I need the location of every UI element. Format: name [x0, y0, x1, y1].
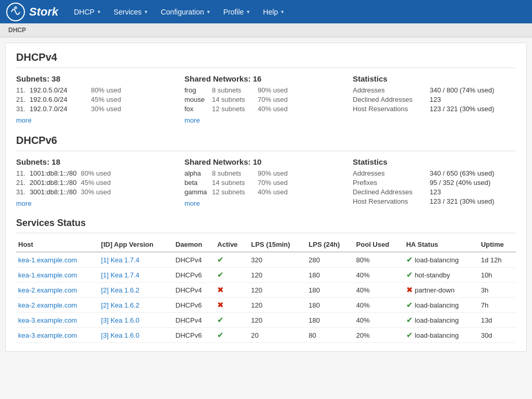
services-table: Host [ID] App Version Daemon Active LPS … [16, 238, 516, 343]
col-lps24: LPS (24h) [307, 238, 354, 252]
cell-active [215, 298, 249, 313]
nav-help-label: Help [263, 8, 278, 16]
app-link[interactable]: [3] Kea 1.6.0 [101, 316, 140, 324]
dhcpv4-grid: Subnets: 38 11. 192.0.5.0/24 80% used 21… [16, 74, 516, 124]
dhcpv6-stat-prefixes: Prefixes 95 / 352 (40% used) [353, 179, 516, 187]
dhcpv4-host-reservations-link[interactable]: Host Reservations [353, 105, 425, 113]
host-link[interactable]: kea-2.example.com [18, 286, 77, 294]
brand-icon [6, 3, 25, 21]
cell-lps24: 80 [307, 328, 354, 343]
dhcpv4-stat-addresses: Addresses 340 / 800 (74% used) [353, 86, 516, 94]
dhcpv4-subnets-more[interactable]: more [16, 116, 32, 124]
active-check-icon [217, 270, 224, 279]
host-link[interactable]: kea-3.example.com [18, 331, 77, 339]
cell-pool: 80% [354, 252, 404, 268]
ha-check-icon [406, 270, 413, 279]
cell-active [215, 283, 249, 298]
active-check-icon [217, 255, 224, 264]
nav-item-services[interactable]: Services ▼ [109, 5, 154, 19]
dhcpv6-stats-col: Statistics Addresses 340 / 650 (63% used… [353, 157, 516, 207]
breadcrumb: DHCP [0, 23, 532, 37]
dhcpv4-shared-2: mouse 14 subnets 70% used [184, 96, 348, 103]
brand-name: Stork [29, 5, 58, 19]
dhcpv4-subnet-1: 11. 192.0.5.0/24 80% used [16, 86, 179, 94]
table-row: kea-2.example.com [2] Kea 1.6.2 DHCPv6 1… [16, 298, 516, 313]
cell-pool: 20% [354, 328, 404, 343]
host-link[interactable]: kea-1.example.com [18, 256, 77, 264]
table-row: kea-1.example.com [1] Kea 1.7.4 DHCPv6 1… [16, 268, 516, 283]
brand[interactable]: Stork [6, 3, 58, 21]
col-ha-status: HA Status [404, 238, 479, 252]
cell-daemon: DHCPv6 [174, 298, 216, 313]
dhcpv6-grid: Subnets: 18 11. 1001:db8:1::/80 80% used… [16, 157, 516, 207]
cell-lps24: 180 [307, 283, 354, 298]
table-row: kea-2.example.com [2] Kea 1.6.2 DHCPv4 1… [16, 283, 516, 298]
app-link[interactable]: [1] Kea 1.7.4 [101, 271, 140, 279]
ha-check-icon [406, 330, 413, 339]
dhcpv6-shared-header: Shared Networks: 10 [184, 157, 348, 166]
dhcpv6-section: DHCPv6 Subnets: 18 11. 1001:db8:1::/80 8… [16, 135, 516, 207]
dhcpv6-title: DHCPv6 [16, 135, 516, 151]
cell-lps15: 120 [249, 268, 307, 283]
cell-host: kea-3.example.com [16, 328, 99, 343]
svg-point-1 [14, 6, 17, 9]
cell-host: kea-1.example.com [16, 268, 99, 283]
nav-item-help[interactable]: Help ▼ [258, 5, 290, 19]
cell-lps24: 180 [307, 298, 354, 313]
ha-check-icon [406, 315, 413, 324]
col-active: Active [215, 238, 249, 252]
dhcpv6-host-reservations-link[interactable]: Host Reservations [353, 197, 425, 205]
host-link[interactable]: kea-1.example.com [18, 271, 77, 279]
active-x-icon [217, 300, 224, 309]
dhcpv6-shared-more[interactable]: more [184, 200, 200, 207]
host-link[interactable]: kea-2.example.com [18, 301, 77, 309]
cell-daemon: DHCPv4 [174, 252, 216, 268]
app-link[interactable]: [1] Kea 1.7.4 [101, 256, 140, 264]
cell-ha-status: load-balancing [404, 298, 479, 313]
cell-uptime: 7h [479, 298, 516, 313]
cell-uptime: 10h [479, 268, 516, 283]
cell-active [215, 252, 249, 268]
cell-lps24: 180 [307, 313, 354, 328]
cell-ha-status: hot-standby [404, 268, 479, 283]
dhcpv4-shared-more[interactable]: more [184, 116, 200, 124]
cell-ha-status: load-balancing [404, 328, 479, 343]
dhcpv4-shared-1: frog 8 subnets 90% used [184, 86, 348, 94]
dhcpv4-subnets-header: Subnets: 38 [16, 74, 179, 83]
ha-check-icon [406, 300, 413, 309]
host-link[interactable]: kea-3.example.com [18, 316, 77, 324]
dhcpv6-stat-declined: Declined Addresses 123 [353, 188, 516, 196]
col-lps15: LPS (15min) [249, 238, 307, 252]
dhcpv4-stats-header: Statistics [353, 74, 516, 83]
nav-services-label: Services [114, 8, 142, 16]
cell-ha-status: load-balancing [404, 252, 479, 268]
cell-app: [3] Kea 1.6.0 [99, 313, 174, 328]
cell-lps24: 180 [307, 268, 354, 283]
cell-app: [3] Kea 1.6.0 [99, 328, 174, 343]
col-daemon: Daemon [174, 238, 216, 252]
cell-active [215, 328, 249, 343]
col-host: Host [16, 238, 99, 252]
nav-item-configuration[interactable]: Configuration ▼ [155, 5, 216, 19]
cell-lps15: 20 [249, 328, 307, 343]
col-uptime: Uptime [479, 238, 516, 252]
nav-dhcp-label: DHCP [74, 8, 95, 16]
dhcpv6-shared-2: beta 14 subnets 70% used [184, 179, 348, 187]
dhcpv6-stats-header: Statistics [353, 157, 516, 166]
app-link[interactable]: [2] Kea 1.6.2 [101, 286, 140, 294]
cell-daemon: DHCPv6 [174, 268, 216, 283]
navbar: Stork DHCP ▼ Services ▼ Configuration ▼ … [0, 0, 532, 23]
cell-ha-status: load-balancing [404, 313, 479, 328]
dhcpv6-subnets-col: Subnets: 18 11. 1001:db8:1::/80 80% used… [16, 157, 179, 207]
dhcpv4-stats-col: Statistics Addresses 340 / 800 (74% used… [353, 74, 516, 124]
app-link[interactable]: [2] Kea 1.6.2 [101, 301, 140, 309]
app-link[interactable]: [3] Kea 1.6.0 [101, 331, 140, 339]
cell-lps15: 120 [249, 283, 307, 298]
ha-x-icon [406, 285, 413, 294]
cell-host: kea-2.example.com [16, 283, 99, 298]
nav-item-dhcp[interactable]: DHCP ▼ [69, 5, 107, 19]
active-x-icon [217, 285, 224, 294]
nav-item-profile[interactable]: Profile ▼ [218, 5, 256, 19]
dhcpv6-subnets-more[interactable]: more [16, 200, 32, 207]
dhcpv6-shared-1: alpha 8 subnets 90% used [184, 169, 348, 177]
